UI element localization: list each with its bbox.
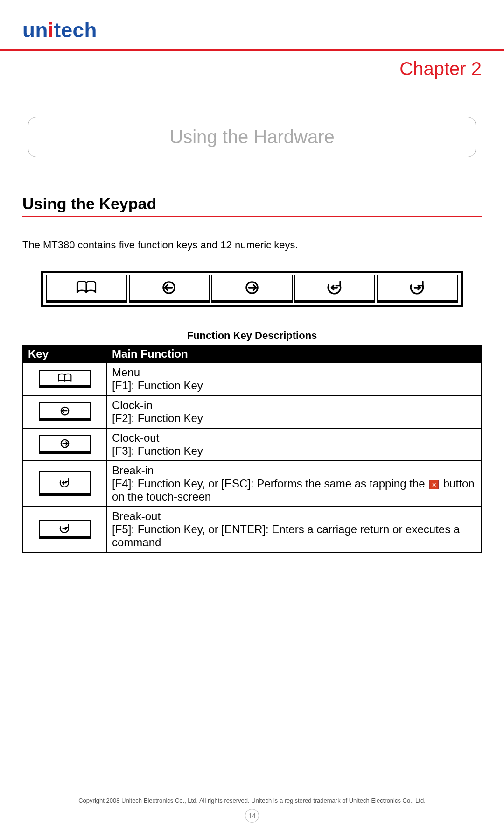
- keypad-strip: [41, 271, 463, 307]
- table-header-func: Main Function: [107, 345, 481, 363]
- clock-out-icon: [58, 437, 72, 450]
- table-func-cell: Menu [F1]: Function Key: [107, 363, 481, 395]
- keypad-key-f1: [46, 275, 127, 303]
- title-box: Using the Hardware: [28, 117, 476, 157]
- copyright-footer: Copyright 2008 Unitech Electronics Co., …: [0, 797, 504, 804]
- key-label: Break-out: [112, 510, 161, 522]
- break-in-icon: [58, 477, 72, 489]
- table-header-key: Key: [23, 345, 107, 363]
- table-key-cell: [23, 507, 107, 552]
- table-key-cell: [23, 461, 107, 507]
- section-heading: Using the Keypad: [22, 195, 482, 213]
- brand-logo: unitech: [22, 19, 482, 42]
- table-row: Clock-in [F2]: Function Key: [23, 395, 481, 428]
- table-row: Break-in [F4]: Function Key, or [ESC]: P…: [23, 461, 481, 507]
- key-label: Menu: [112, 366, 140, 379]
- keypad-key-f3: [211, 275, 293, 303]
- page-title: Using the Hardware: [169, 127, 335, 147]
- break-out-icon: [407, 278, 428, 297]
- key-desc: [F2]: Function Key: [112, 412, 203, 424]
- header-divider: [0, 49, 504, 51]
- table-header-row: Key Main Function: [23, 345, 481, 363]
- table-row: Clock-out [F3]: Function Key: [23, 428, 481, 461]
- table-caption: Function Key Descriptions: [22, 330, 482, 342]
- chapter-label: Chapter 2: [22, 58, 482, 79]
- table-key-cell: [23, 395, 107, 428]
- book-icon: [76, 278, 97, 297]
- table-row: Break-out [F5]: Function Key, or [ENTER]…: [23, 507, 481, 552]
- break-out-icon: [58, 522, 72, 535]
- table-row: Menu [F1]: Function Key: [23, 363, 481, 395]
- clock-in-icon: [159, 278, 179, 297]
- table-key-cell: [23, 363, 107, 395]
- keypad-key-f5: [377, 275, 458, 303]
- logo-part3: tech: [54, 19, 97, 42]
- function-key-table: Key Main Function Menu [F1]: Function Ke…: [22, 345, 482, 553]
- logo-part2: i: [48, 19, 54, 42]
- close-icon: ×: [429, 480, 439, 489]
- key-desc: [F5]: Function Key, or [ENTER]: Enters a…: [112, 523, 460, 549]
- break-in-icon: [325, 278, 345, 297]
- key-desc-pre: [F4]: Function Key, or [ESC]: Performs t…: [112, 477, 428, 490]
- section-divider: [22, 216, 482, 217]
- key-label: Clock-out: [112, 431, 159, 444]
- table-key-cell: [23, 428, 107, 461]
- table-func-cell: Break-in [F4]: Function Key, or [ESC]: P…: [107, 461, 481, 507]
- keypad-key-f4: [294, 275, 376, 303]
- keypad-key-f2: [129, 275, 210, 303]
- key-desc: [F3]: Function Key: [112, 444, 203, 457]
- logo-part1: un: [22, 19, 48, 42]
- page-number: 14: [245, 809, 259, 823]
- book-icon: [58, 372, 72, 384]
- table-func-cell: Clock-out [F3]: Function Key: [107, 428, 481, 461]
- table-func-cell: Break-out [F5]: Function Key, or [ENTER]…: [107, 507, 481, 552]
- key-label: Break-in: [112, 464, 154, 477]
- key-desc: [F1]: Function Key: [112, 379, 203, 392]
- key-label: Clock-in: [112, 399, 153, 411]
- clock-in-icon: [58, 405, 72, 417]
- clock-out-icon: [242, 278, 262, 297]
- table-func-cell: Clock-in [F2]: Function Key: [107, 395, 481, 428]
- intro-text: The MT380 contains five function keys an…: [22, 239, 482, 251]
